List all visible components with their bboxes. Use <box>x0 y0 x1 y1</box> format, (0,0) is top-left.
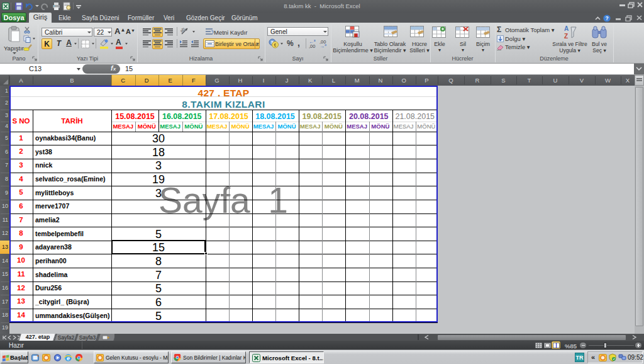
svg-text:€: € <box>274 43 277 47</box>
svg-text:A: A <box>564 25 569 32</box>
svg-text:?: ? <box>605 15 608 21</box>
svg-text:ab: ab <box>180 26 186 33</box>
svg-text:▦: ▦ <box>354 33 358 37</box>
svg-text:e: e <box>67 355 70 361</box>
svg-text:Z: Z <box>564 33 568 40</box>
